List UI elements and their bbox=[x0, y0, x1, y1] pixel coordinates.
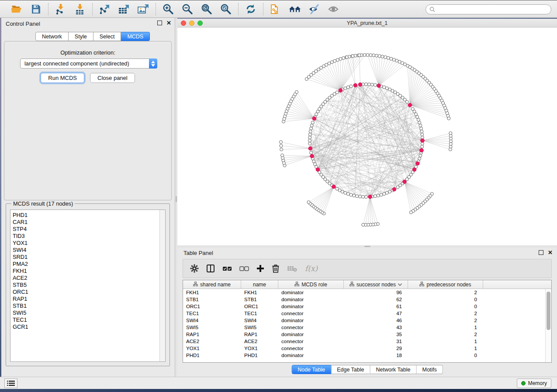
mcds-result-items: PHD1CAR1STP4TID3YOX1SWI4SRD1PMA2FKH1ACE2… bbox=[10, 210, 165, 330]
result-node-item[interactable]: STP4 bbox=[13, 226, 165, 233]
result-node-item[interactable]: ORC1 bbox=[13, 289, 165, 296]
tab-motifs[interactable]: Motifs bbox=[416, 365, 443, 374]
column-header-successor-nodes[interactable]: successor nodes bbox=[344, 280, 408, 289]
result-node-item[interactable]: TID3 bbox=[13, 233, 165, 240]
result-node-item[interactable]: GCR1 bbox=[13, 323, 165, 330]
show-details-icon[interactable] bbox=[327, 3, 340, 16]
node-table: shared namenameMCDS rolesuccessor nodesp… bbox=[183, 280, 552, 363]
import-network-icon[interactable] bbox=[54, 3, 67, 16]
tab-edge-table[interactable]: Edge Table bbox=[331, 365, 370, 374]
result-node-item[interactable]: SWI4 bbox=[13, 247, 165, 254]
table-row[interactable]: FKH1FKH1dominator962 bbox=[183, 289, 551, 296]
add-column-icon[interactable] bbox=[256, 265, 264, 272]
cell-mcds_role: dominator bbox=[278, 318, 344, 323]
tab-style[interactable]: Style bbox=[69, 32, 93, 41]
result-node-item[interactable]: ACE2 bbox=[13, 275, 165, 282]
search-field[interactable] bbox=[426, 4, 551, 14]
zoom-out-icon[interactable] bbox=[181, 3, 194, 16]
gear-icon[interactable] bbox=[190, 264, 199, 273]
result-node-item[interactable]: TEC1 bbox=[13, 316, 165, 323]
result-node-item[interactable]: CAR1 bbox=[13, 219, 165, 226]
tree-column-icon bbox=[193, 282, 198, 288]
export-network-icon[interactable] bbox=[98, 3, 111, 16]
column-header-shared-name[interactable]: shared name bbox=[183, 280, 241, 289]
network-graph[interactable] bbox=[177, 28, 557, 245]
share-document-icon[interactable] bbox=[269, 3, 282, 16]
tab-select[interactable]: Select bbox=[93, 32, 121, 41]
network-window-titlebar[interactable]: YPA_prune.txt_1 bbox=[177, 19, 557, 28]
table-row[interactable]: YOX1YOX1connector291 bbox=[183, 345, 551, 352]
task-history-button[interactable] bbox=[4, 378, 17, 388]
close-panel-icon[interactable]: ✕ bbox=[166, 21, 171, 25]
result-node-item[interactable]: YOX1 bbox=[13, 240, 165, 247]
close-table-panel-icon[interactable]: ✕ bbox=[548, 250, 553, 255]
column-header-MCDS-role[interactable]: MCDS role bbox=[278, 280, 344, 289]
sort-desc-icon bbox=[398, 283, 402, 286]
cell-shared_name: YOX1 bbox=[183, 346, 241, 351]
close-window-icon[interactable] bbox=[181, 21, 186, 26]
cell-name: PHD1 bbox=[241, 353, 278, 358]
minimize-window-icon[interactable] bbox=[189, 21, 194, 26]
result-node-item[interactable]: PHD1 bbox=[13, 212, 165, 219]
maximize-window-icon[interactable] bbox=[197, 21, 203, 26]
cell-predecessor_nodes: 0 bbox=[408, 297, 483, 302]
tab-node-table[interactable]: Node Table bbox=[291, 365, 331, 374]
cell-predecessor_nodes: 0 bbox=[408, 353, 483, 358]
table-row[interactable]: STB1STB1dominator620 bbox=[183, 296, 551, 303]
zoom-fit-icon[interactable] bbox=[200, 3, 213, 16]
network-canvas[interactable] bbox=[177, 28, 557, 245]
columns-icon[interactable] bbox=[206, 264, 215, 273]
result-node-item[interactable]: RAP1 bbox=[13, 296, 165, 303]
result-node-item[interactable]: SRD1 bbox=[13, 254, 165, 261]
result-node-item[interactable]: SWI5 bbox=[13, 309, 165, 316]
export-table-icon[interactable] bbox=[118, 3, 131, 16]
result-node-item[interactable]: STB1 bbox=[13, 303, 165, 309]
import-table-icon[interactable] bbox=[73, 3, 86, 16]
float-table-panel-icon[interactable] bbox=[539, 250, 543, 255]
column-header-name[interactable]: name bbox=[241, 280, 278, 289]
table-scrollbar[interactable] bbox=[545, 289, 551, 362]
zoom-in-icon[interactable] bbox=[162, 3, 175, 16]
save-session-icon[interactable] bbox=[29, 3, 42, 16]
float-panel-icon[interactable] bbox=[157, 21, 162, 25]
cell-name: SWI5 bbox=[241, 325, 278, 330]
search-input[interactable] bbox=[437, 7, 547, 13]
cell-successor_nodes: 29 bbox=[344, 346, 408, 351]
home-pages-icon[interactable] bbox=[288, 3, 301, 16]
result-node-item[interactable]: STB5 bbox=[13, 282, 165, 289]
table-row[interactable]: SWI5SWI5connector431 bbox=[183, 324, 551, 331]
open-file-icon[interactable] bbox=[10, 3, 23, 16]
cell-mcds_role: connector bbox=[278, 311, 344, 316]
tab-network[interactable]: Network bbox=[35, 32, 69, 41]
result-node-item[interactable]: FKH1 bbox=[13, 268, 165, 275]
hide-details-icon[interactable] bbox=[308, 3, 321, 16]
column-header-predecessor-nodes[interactable]: predecessor nodes bbox=[408, 280, 483, 289]
deselect-all-icon[interactable] bbox=[239, 265, 249, 272]
memory-button[interactable]: Memory bbox=[517, 378, 551, 388]
table-row[interactable]: RAP1RAP1dominator352 bbox=[183, 331, 551, 338]
result-node-item[interactable]: PMA2 bbox=[13, 261, 165, 268]
table-body: FKH1FKH1dominator962STB1STB1dominator620… bbox=[183, 289, 551, 359]
table-toolbar: f(x) bbox=[183, 259, 552, 278]
run-mcds-button[interactable]: Run MCDS bbox=[41, 73, 84, 83]
cell-mcds_role: connector bbox=[278, 346, 344, 351]
tab-network-table[interactable]: Network Table bbox=[370, 365, 417, 374]
optimization-criterion-select[interactable]: largest connected component (undirected) bbox=[20, 58, 157, 69]
delete-icon[interactable] bbox=[272, 264, 280, 273]
table-row[interactable]: PHD1PHD1dominator180 bbox=[183, 352, 551, 359]
table-row[interactable]: TEC1TEC1connector472 bbox=[183, 310, 551, 317]
mcds-result-list[interactable]: PHD1CAR1STP4TID3YOX1SWI4SRD1PMA2FKH1ACE2… bbox=[10, 210, 166, 362]
select-all-icon[interactable] bbox=[222, 265, 232, 272]
tab-mcds[interactable]: MCDS bbox=[121, 32, 150, 41]
desktop: Control Panel ✕ NetworkStyleSelectMCDS O… bbox=[0, 0, 557, 392]
result-list-scrollbar[interactable] bbox=[159, 210, 165, 361]
table-row[interactable]: ACE2ACE2connector311 bbox=[183, 338, 551, 345]
close-panel-button[interactable]: Close panel bbox=[90, 73, 135, 83]
export-image-icon[interactable] bbox=[137, 3, 150, 16]
refresh-icon[interactable] bbox=[244, 3, 257, 16]
scrollbar-thumb[interactable] bbox=[547, 292, 550, 330]
zoom-selected-icon[interactable] bbox=[219, 3, 232, 16]
table-row[interactable]: SWI4SWI4dominator462 bbox=[183, 317, 551, 324]
cell-mcds_role: dominator bbox=[278, 290, 344, 295]
table-row[interactable]: ORC1ORC1dominator610 bbox=[183, 303, 551, 310]
